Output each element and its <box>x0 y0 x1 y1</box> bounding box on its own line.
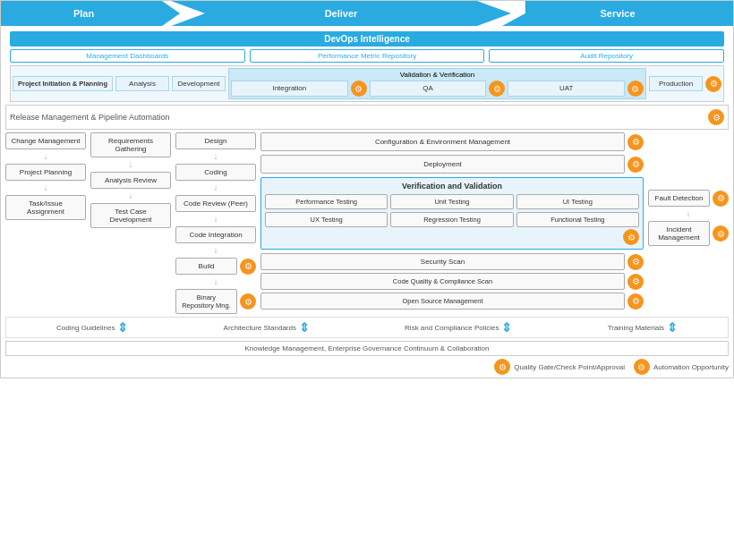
phase-initiation: Project Initiation & Planning <box>13 76 113 91</box>
box-task-assignment: Task/Issue Assignment <box>5 195 86 220</box>
devops-bar: DevOps Intelligence <box>10 31 724 47</box>
fault-row: Fault Detection ⚙ <box>648 190 729 207</box>
bottom-right-row: Security Scan ⚙ Code Quality & Complianc… <box>260 253 644 310</box>
knowledge-bar: Knowledge Management, Enterprise Governa… <box>5 341 729 356</box>
vv-title: Verification and Validation <box>265 182 639 191</box>
opensource-row: Open Source Management ⚙ <box>260 293 644 310</box>
box-change-mgmt: Change Management <box>5 132 86 149</box>
box-code-review: Code Review (Peer) <box>175 195 256 212</box>
vv-item-5: Functional Testing <box>516 212 639 227</box>
standard-arch: Architecture Standards ⇕ <box>224 320 310 335</box>
gear-icon-integration: ⚙ <box>351 81 367 97</box>
repo-performance: Performance Metric Repository <box>250 49 485 63</box>
vv-item-1: Unit Testing <box>390 194 513 209</box>
vv-item-0: Performance Testing <box>265 194 388 209</box>
phase-header: Plan Deliver Service <box>1 1 733 26</box>
repo-audit: Audit Repository <box>489 49 724 63</box>
gear-icon-deploy: ⚙ <box>627 157 644 173</box>
arrow-4: ↓ <box>90 192 171 199</box>
gear-icon-binary: ⚙ <box>240 293 256 310</box>
gear-icon-build: ⚙ <box>240 259 256 275</box>
gear-icon-codequality: ⚙ <box>627 274 644 290</box>
col-far-right: Fault Detection ⚙ ↓ Incident Management … <box>648 132 729 314</box>
gear-icon-config: ⚙ <box>627 134 644 150</box>
arrow-5: ↓ <box>175 153 256 160</box>
arrow-7: ↓ <box>175 216 256 223</box>
box-code-integration: Code Integration <box>175 226 256 243</box>
box-config: Configuration & Environment Management <box>260 132 625 151</box>
top-section: DevOps Intelligence Management Dashboard… <box>1 26 733 102</box>
arrow-8: ↓ <box>175 247 256 254</box>
legend-row: ⚙ Quality Gate/Check Point/Approval ⚙ Au… <box>5 359 729 375</box>
vv-phase-container: Validation & Verification Integration ⚙ … <box>228 68 646 99</box>
phase-integration: Integration <box>231 81 348 97</box>
codequality-row: Code Quality & Compliance Scan ⚙ <box>260 273 644 290</box>
gear-icon-production: ⚙ <box>705 76 721 92</box>
box-codequality: Code Quality & Compliance Scan <box>260 273 625 290</box>
phase-production: Production <box>649 76 703 91</box>
build-row: Build ⚙ <box>175 258 256 275</box>
arrow-coding: ⇕ <box>117 320 128 335</box>
repo-management: Management Dashboards <box>10 49 245 63</box>
standard-risk: Risk and Compliance Policies ⇕ <box>405 320 512 335</box>
phase-deliver: Deliver <box>171 1 511 26</box>
box-build: Build <box>175 258 237 275</box>
main-content: Change Management ↓ Project Planning ↓ T… <box>5 132 729 314</box>
vv-item-3: UX Testing <box>265 212 388 227</box>
config-row: Configuration & Environment Management ⚙ <box>260 132 644 151</box>
arrow-arch: ⇕ <box>299 320 310 335</box>
standard-coding: Coding Guidelines ⇕ <box>56 320 128 335</box>
vv-item-4: Regression Testing <box>390 212 513 227</box>
col-right: Configuration & Environment Management ⚙… <box>260 132 644 314</box>
arrow-training: ⇕ <box>667 320 678 335</box>
box-project-planning: Project Planning <box>5 164 86 181</box>
phase-development: Development <box>172 76 226 91</box>
arrow-9: ↓ <box>175 278 256 285</box>
col-mid-left: Requirements Gathering ↓ Analysis Review… <box>90 132 171 314</box>
standards-row: Coding Guidelines ⇕ Architecture Standar… <box>5 317 729 338</box>
arrow-far-right: ↓ <box>648 210 729 217</box>
security-row: Security Scan ⚙ <box>260 253 644 270</box>
incident-row: Incident Management ⚙ <box>648 221 729 246</box>
legend-gear-automation: ⚙ <box>634 359 650 375</box>
gear-icon-fault: ⚙ <box>713 191 729 207</box>
arrow-2: ↓ <box>5 184 86 191</box>
box-requirements: Requirements Gathering <box>90 132 171 157</box>
box-incident: Incident Management <box>648 221 710 246</box>
phase-service: Service <box>502 1 733 26</box>
col-mid: Design ↓ Coding ↓ Code Review (Peer) ↓ C… <box>175 132 256 314</box>
arrow-6: ↓ <box>175 184 256 191</box>
box-binary: Binary Repository Mng. <box>175 289 237 314</box>
phase-analysis: Analysis <box>115 76 169 91</box>
gear-icon-incident: ⚙ <box>713 225 729 242</box>
vv-container: Verification and Validation Performance … <box>260 177 644 250</box>
legend-automation: ⚙ Automation Opportunity <box>634 359 729 375</box>
vv-grid: Performance Testing Unit Testing UI Test… <box>265 194 639 227</box>
box-test-case: Test Case Development <box>90 203 171 228</box>
gear-icon-security: ⚙ <box>627 254 644 270</box>
lifecycle-row: Project Initiation & Planning Analysis D… <box>10 65 724 102</box>
col-left: Change Management ↓ Project Planning ↓ T… <box>5 132 86 314</box>
standard-training: Training Materials ⇕ <box>608 320 678 335</box>
gear-icon-qa: ⚙ <box>489 81 505 97</box>
box-design: Design <box>175 132 256 149</box>
box-opensource: Open Source Management <box>260 293 625 310</box>
phase-uat: UAT <box>508 81 625 97</box>
box-coding: Coding <box>175 164 256 181</box>
phase-qa: QA <box>370 81 487 97</box>
box-security: Security Scan <box>260 253 625 270</box>
diagram-container: Plan Deliver Service DevOps Intelligence… <box>0 0 734 378</box>
gear-icon-release: ⚙ <box>708 109 724 125</box>
arrow-3: ↓ <box>90 161 171 168</box>
binary-row: Binary Repository Mng. ⚙ <box>175 289 256 314</box>
arrow-1: ↓ <box>5 153 86 160</box>
legend-quality: ⚙ Quality Gate/Check Point/Approval <box>494 359 625 375</box>
box-deployment: Deployment <box>260 155 625 174</box>
gear-icon-vv: ⚙ <box>623 229 639 245</box>
gear-icon-opensource: ⚙ <box>627 293 644 310</box>
deploy-row: Deployment ⚙ <box>260 155 644 174</box>
box-fault: Fault Detection <box>648 190 710 207</box>
vv-item-2: UI Testing <box>516 194 639 209</box>
phase-plan: Plan <box>1 1 180 26</box>
gear-icon-uat: ⚙ <box>627 81 644 97</box>
